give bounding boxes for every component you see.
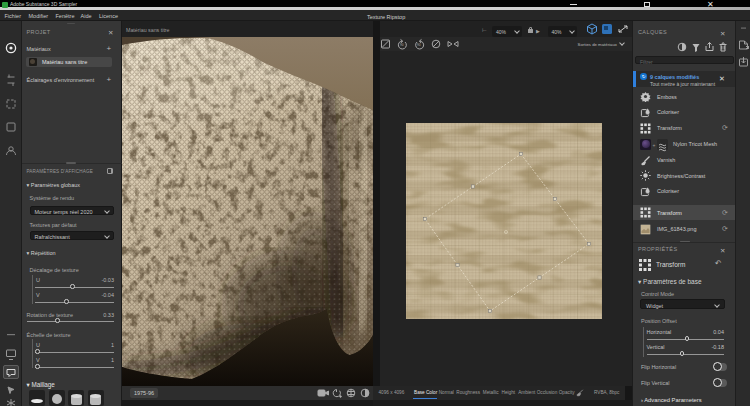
- svg-text:90: 90: [400, 43, 404, 47]
- svg-text:90: 90: [417, 43, 421, 47]
